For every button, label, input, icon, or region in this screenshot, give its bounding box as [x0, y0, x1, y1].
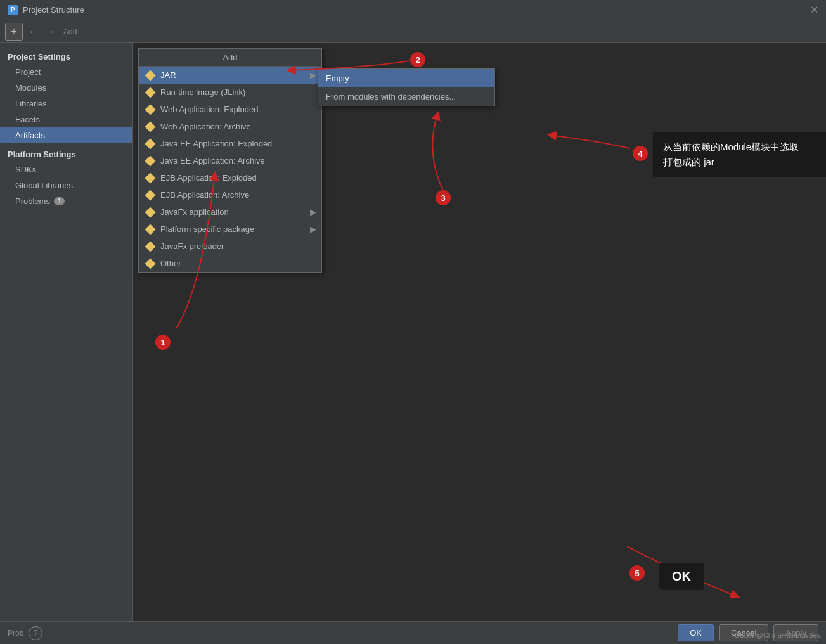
- add-dropdown: Add JAR ▶ Run-time image (JLink) Web App…: [138, 48, 322, 273]
- ejb-archive-icon: [145, 190, 156, 200]
- ok-tooltip-box: OK: [659, 563, 704, 590]
- sidebar-item-project[interactable]: Project: [0, 64, 132, 80]
- bottom-left: Prob ?: [8, 626, 673, 640]
- bottom-bar: Prob ? OK Cancel Apply: [0, 621, 826, 644]
- annotation-1: 1: [155, 335, 171, 350]
- platform-package-arrow-icon: ▶: [310, 224, 316, 234]
- sidebar-item-facets[interactable]: Facets: [0, 112, 132, 127]
- other-icon: [145, 258, 156, 269]
- ok-button[interactable]: OK: [678, 624, 714, 641]
- title-bar: P Project Structure ✕: [0, 0, 826, 20]
- annotation-5: 5: [629, 565, 645, 581]
- annotation-4: 4: [633, 146, 648, 161]
- tooltip-box: 从当前依赖的Module模块中选取打包成的 jar: [653, 132, 826, 177]
- menu-item-platform-package-label: Platform specific package: [160, 224, 254, 234]
- help-button[interactable]: ?: [29, 626, 42, 640]
- menu-item-other[interactable]: Other: [139, 255, 321, 272]
- javafx-preloader-icon: [145, 241, 156, 252]
- javafx-icon: [145, 207, 156, 217]
- forward-button[interactable]: →: [43, 24, 58, 39]
- main-layout: Project Settings Project Modules Librari…: [0, 43, 826, 621]
- javaee-exploded-icon: [145, 138, 156, 149]
- menu-item-javaee-archive-label: Java EE Application: Archive: [160, 156, 265, 165]
- menu-item-javaee-exploded[interactable]: Java EE Application: Exploded: [139, 135, 321, 152]
- sidebar-item-problems[interactable]: Problems 1: [0, 193, 132, 209]
- sidebar-item-modules[interactable]: Modules: [0, 80, 132, 96]
- menu-item-jar-label: JAR: [160, 70, 176, 80]
- menu-item-runtime[interactable]: Run-time image (JLink): [139, 84, 321, 101]
- menu-item-webapp-archive-label: Web Application: Archive: [160, 122, 251, 131]
- menu-item-ejb-exploded[interactable]: EJB Application: Exploded: [139, 169, 321, 186]
- ejb-exploded-icon: [145, 172, 156, 183]
- menu-item-javaee-exploded-label: Java EE Application: Exploded: [160, 139, 272, 148]
- menu-item-javaee-archive[interactable]: Java EE Application: Archive: [139, 152, 321, 169]
- annotation-2: 2: [410, 52, 425, 67]
- add-button[interactable]: +: [5, 23, 23, 41]
- webapp-archive-icon: [145, 121, 156, 132]
- app-icon: P: [8, 5, 18, 15]
- project-settings-title: Project Settings: [0, 48, 132, 64]
- menu-item-javafx[interactable]: JavaFx application ▶: [139, 203, 321, 221]
- javafx-arrow-icon: ▶: [310, 207, 316, 217]
- tooltip-text: 从当前依赖的Module模块中选取打包成的 jar: [663, 141, 799, 167]
- menu-item-jar[interactable]: JAR ▶: [139, 67, 321, 84]
- close-button[interactable]: ✕: [810, 4, 818, 16]
- platform-package-icon: [145, 224, 156, 235]
- menu-item-runtime-label: Run-time image (JLink): [160, 87, 245, 97]
- content-area: Add JAR ▶ Run-time image (JLink) Web App…: [133, 43, 826, 621]
- toolbar: + ← → Add: [0, 20, 826, 43]
- menu-item-webapp-exploded-label: Web Application: Exploded: [160, 105, 258, 114]
- sidebar: Project Settings Project Modules Librari…: [0, 43, 133, 621]
- runtime-icon: [145, 87, 156, 98]
- annotation-3: 3: [436, 190, 451, 205]
- back-button[interactable]: ←: [25, 24, 41, 39]
- menu-item-other-label: Other: [160, 259, 181, 268]
- jar-submenu: Empty From modules with dependencies...: [318, 68, 495, 106]
- sidebar-item-libraries[interactable]: Libraries: [0, 96, 132, 112]
- menu-item-webapp-exploded[interactable]: Web Application: Exploded: [139, 101, 321, 118]
- dropdown-header: Add: [139, 49, 321, 67]
- watermark: CSDN @ChinaRainbowSea: [734, 631, 821, 639]
- sidebar-item-artifacts[interactable]: Artifacts: [0, 127, 132, 143]
- menu-item-javafx-preloader[interactable]: JavaFx preloader: [139, 238, 321, 255]
- menu-item-ejb-exploded-label: EJB Application: Exploded: [160, 173, 257, 183]
- menu-item-webapp-archive[interactable]: Web Application: Archive: [139, 118, 321, 135]
- problems-badge: 1: [54, 197, 65, 205]
- window-title: Project Structure: [23, 5, 84, 15]
- jar-arrow-icon: ▶: [310, 70, 316, 80]
- menu-item-platform-package[interactable]: Platform specific package ▶: [139, 221, 321, 238]
- jar-icon: [145, 70, 156, 80]
- webapp-exploded-icon: [145, 104, 156, 115]
- menu-item-javafx-label: JavaFx application: [160, 207, 229, 217]
- submenu-item-empty[interactable]: Empty: [318, 69, 494, 87]
- javaee-archive-icon: [145, 155, 156, 166]
- platform-settings-title: Platform Settings: [0, 143, 132, 162]
- menu-item-javafx-preloader-label: JavaFx preloader: [160, 242, 224, 251]
- menu-item-ejb-archive[interactable]: EJB Application: Archive: [139, 186, 321, 203]
- submenu-item-from-modules[interactable]: From modules with dependencies...: [318, 87, 494, 106]
- toolbar-label: Add: [63, 27, 77, 36]
- menu-item-ejb-archive-label: EJB Application: Archive: [160, 190, 249, 200]
- ok-tooltip-text: OK: [672, 569, 691, 583]
- problems-label: Problems: [15, 196, 50, 206]
- sidebar-item-global-libraries[interactable]: Global Libraries: [0, 177, 132, 193]
- sidebar-item-sdks[interactable]: SDKs: [0, 162, 132, 177]
- prob-label: Prob: [8, 629, 23, 638]
